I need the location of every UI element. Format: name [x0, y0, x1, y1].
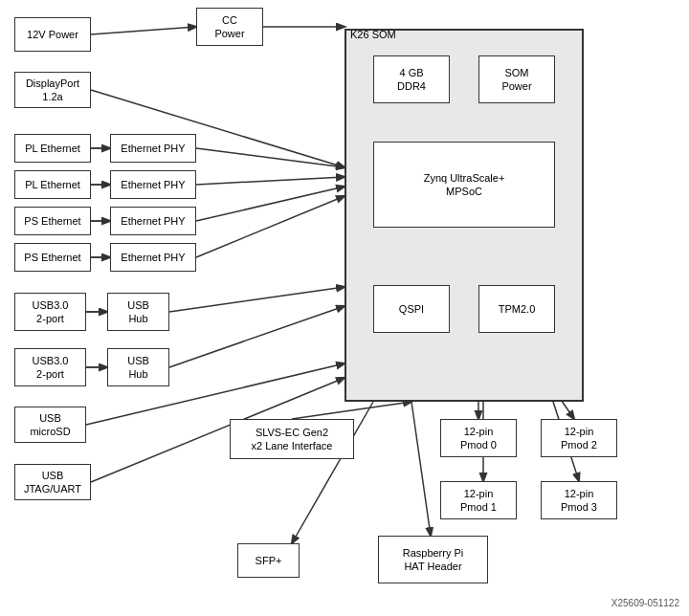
- block-pl-eth1: PL Ethernet: [14, 134, 91, 163]
- svg-line-14: [196, 196, 344, 257]
- block-sfp: SFP+: [237, 543, 300, 578]
- block-usb-microsd: USB microSD: [14, 407, 86, 443]
- block-qspi: QSPI: [373, 285, 450, 333]
- block-ps-eth1: PS Ethernet: [14, 207, 91, 235]
- block-usb-hub2: USB Hub: [107, 348, 169, 386]
- svg-line-8: [196, 177, 344, 185]
- block-pmod2: 12-pin Pmod 2: [541, 419, 617, 457]
- svg-line-11: [196, 187, 344, 221]
- block-usb3-2: USB3.0 2-port: [14, 348, 86, 386]
- block-eth-phy2: Ethernet PHY: [110, 170, 196, 199]
- block-pmod0: 12-pin Pmod 0: [440, 419, 517, 457]
- block-rpi-hat: Raspberry Pi HAT Header: [378, 536, 488, 583]
- block-eth-phy3: Ethernet PHY: [110, 207, 196, 235]
- block-slvs: SLVS-EC Gen2 x2 Lane Interface: [230, 419, 354, 459]
- block-pmod1: 12-pin Pmod 1: [440, 481, 517, 519]
- block-usb3-1: USB3.0 2-port: [14, 293, 86, 331]
- block-eth-phy4: Ethernet PHY: [110, 243, 196, 272]
- svg-line-17: [169, 287, 344, 312]
- block-pl-eth2: PL Ethernet: [14, 170, 91, 199]
- block-eth-phy1: Ethernet PHY: [110, 134, 196, 163]
- block-pmod3: 12-pin Pmod 3: [541, 481, 617, 519]
- svg-line-25: [411, 402, 431, 536]
- block-cc-power: CC Power: [196, 8, 263, 46]
- block-ps-eth2: PS Ethernet: [14, 243, 91, 272]
- block-zynq: Zynq UltraScale+ MPSoC: [373, 142, 555, 228]
- block-tpm: TPM2.0: [478, 285, 555, 333]
- svg-line-20: [169, 306, 344, 367]
- svg-line-5: [196, 148, 344, 167]
- diagram-id: X25609-051122: [611, 598, 679, 608]
- block-12v-power: 12V Power: [14, 17, 91, 52]
- block-usb-jtag: USB JTAG/UART: [14, 464, 91, 500]
- block-ddr4: 4 GB DDR4: [373, 55, 450, 103]
- svg-line-0: [91, 27, 196, 34]
- svg-line-23: [292, 402, 411, 419]
- block-displayport: DisplayPort 1.2a: [14, 72, 91, 108]
- block-som-power: SOM Power: [478, 55, 555, 103]
- block-diagram: K26 SOM 12V Power CC Power DisplayPort 1…: [0, 0, 689, 616]
- som-label: K26 SOM: [350, 29, 396, 40]
- block-usb-hub1: USB Hub: [107, 293, 169, 331]
